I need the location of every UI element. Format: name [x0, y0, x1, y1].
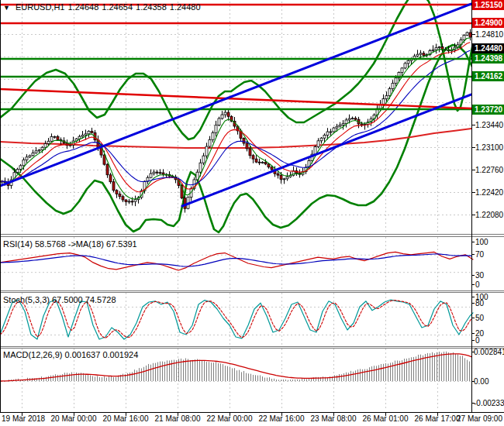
rsi-panel-title: RSI(14) 58.5768 ->MA(18) 67.5391 [3, 239, 137, 249]
macd-scale-label: -0.002338 [474, 398, 504, 408]
time-axis-label: 22 Mar 00:00 [207, 414, 253, 423]
macd-scale-label: 0.002841 [474, 347, 504, 357]
price-tick-label: 1.23440 [475, 120, 503, 130]
close-value: 1.24480 [170, 2, 201, 12]
trading-chart-window: ▼EURUSD,H11.246481.246541.243581.24480 R… [0, 0, 504, 426]
time-axis-label: 20 Mar 16:00 [103, 414, 149, 423]
time-axis-label: 26 Mar 17:00 [415, 414, 461, 423]
high-value: 1.24654 [102, 2, 133, 12]
rsi-scale-label: 70 [475, 249, 484, 259]
time-axis-label: 19 Mar 2018 [2, 414, 45, 423]
chart-title-bar: ▼EURUSD,H11.246481.246541.243581.24480 [3, 2, 204, 12]
price-level-badge: 1.24398 [472, 53, 504, 64]
price-tick-label: 1.22080 [475, 210, 503, 220]
symbol-dropdown-icon[interactable]: ▼ [3, 4, 10, 12]
time-axis-label: 21 Mar 08:00 [155, 414, 201, 423]
price-tick-label: 1.24810 [475, 29, 503, 40]
price-level-badge: 1.24162 [472, 71, 504, 81]
price-level-badge: 1.25150 [472, 0, 504, 10]
low-value: 1.24358 [136, 2, 167, 12]
price-tick-label: 1.22760 [475, 165, 503, 175]
macd-panel-title: MACD(12,26,9) 0.001637 0.001924 [3, 350, 138, 359]
price-level-badge: 1.24480 [472, 43, 504, 53]
stoch-scale-label: 50 [475, 313, 484, 323]
open-value: 1.24648 [68, 2, 99, 12]
chart-canvas[interactable] [0, 0, 504, 426]
rsi-scale-label: 100 [475, 237, 488, 247]
price-tick-label: 1.23100 [475, 143, 503, 153]
time-axis-label: 27 Mar 09:00 [457, 414, 502, 423]
time-axis-label: 23 Mar 08:00 [311, 414, 357, 423]
stoch-scale-label: 0 [475, 335, 480, 345]
time-axis-label: 26 Mar 01:00 [363, 414, 409, 423]
time-axis-label: 22 Mar 16:00 [259, 414, 305, 423]
rsi-scale-label: 0 [475, 280, 480, 290]
macd-scale-label: 0.00 [474, 376, 488, 386]
price-level-badge: 1.24900 [472, 18, 504, 28]
symbol-period-label: EURUSD,H1 [16, 2, 65, 12]
price-tick-label: 1.22420 [475, 187, 503, 198]
price-level-badge: 1.23720 [472, 105, 504, 115]
stoch-panel-title: Stoch(5,3,3) 67.5000 74.5728 [3, 295, 116, 304]
time-axis-label: 20 Mar 00:00 [51, 414, 97, 423]
stoch-scale-label: 80 [475, 298, 484, 308]
